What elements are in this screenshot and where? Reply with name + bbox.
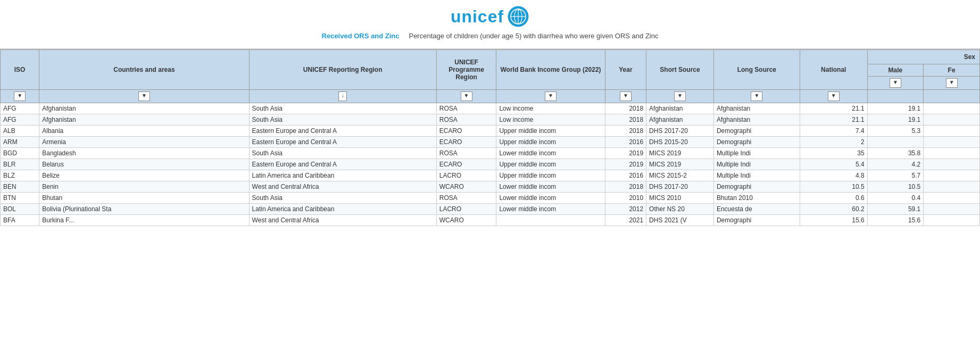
cell-5: 2012 (605, 204, 646, 215)
cell-7: Multiple Indi (713, 170, 800, 181)
cell-10 (924, 204, 980, 215)
cell-1: Benin (39, 181, 249, 193)
cell-3: ECARO (436, 126, 496, 137)
filter-national[interactable]: ▼ (800, 90, 867, 103)
cell-10 (924, 148, 980, 159)
cell-2: Eastern Europe and Central A (249, 137, 436, 148)
col-programme: UNICEF Programme Region (436, 50, 496, 90)
cell-2: Latin America and Caribbean (249, 170, 436, 181)
filter-year-btn[interactable]: ▼ (620, 91, 632, 101)
cell-5: 2019 (605, 148, 646, 159)
col-sex-group: Sex (867, 50, 979, 64)
table-row: BGDBangladeshSouth AsiaROSALower middle … (1, 148, 980, 159)
col-year: Year (605, 50, 646, 90)
cell-0: BGD (1, 148, 39, 159)
filter-iso-btn[interactable]: ▼ (14, 91, 26, 101)
cell-0: BTN (1, 193, 39, 204)
filter-wb-btn[interactable]: ▼ (545, 91, 557, 101)
table-row: AFGAfghanistanSouth AsiaROSALow income20… (1, 103, 980, 114)
cell-8: 5.4 (800, 159, 867, 170)
cell-10 (924, 159, 980, 170)
unicef-logo: unicef ★ (451, 5, 529, 28)
col-iso: ISO (1, 50, 39, 90)
filter-region[interactable]: ↓ (249, 90, 436, 103)
filter-programme[interactable]: ▼ (436, 90, 496, 103)
filter-male-btn[interactable]: ▼ (890, 78, 901, 88)
cell-3: LACRO (436, 170, 496, 181)
subtitle-row: Received ORS and Zinc Percentage of chil… (0, 32, 980, 40)
filter-countries-btn[interactable]: ▼ (138, 91, 150, 101)
cell-0: BFA (1, 215, 39, 226)
cell-0: BLZ (1, 170, 39, 181)
cell-4: Lower middle incom (496, 148, 605, 159)
cell-1: Burkina F... (39, 215, 249, 226)
filter-national-btn[interactable]: ▼ (828, 91, 840, 101)
cell-2: Eastern Europe and Central A (249, 126, 436, 137)
cell-9: 15.6 (867, 215, 924, 226)
page-wrapper: unicef ★ Received ORS and Zinc Percentag… (0, 0, 980, 226)
table-body: AFGAfghanistanSouth AsiaROSALow income20… (1, 103, 980, 226)
col-male: Male (867, 64, 924, 77)
filter-countries[interactable]: ▼ (39, 90, 249, 103)
filter-female[interactable]: ▼ (924, 77, 980, 90)
cell-2: Latin America and Caribbean (249, 204, 436, 215)
filter-short-btn[interactable]: ▼ (674, 91, 686, 101)
cell-5: 2021 (605, 215, 646, 226)
report-title: Received ORS and Zinc (322, 32, 400, 40)
cell-8: 10.5 (800, 181, 867, 193)
table-row: BFABurkina F...West and Central AfricaWC… (1, 215, 980, 226)
cell-8: 21.1 (800, 103, 867, 114)
main-filter-row[interactable]: ▼ ▼ ↓ ▼ ▼ ▼ ▼ ▼ ▼ (1, 90, 980, 103)
filter-longsrc-btn[interactable]: ▼ (751, 91, 762, 101)
header-section: unicef ★ Received ORS and Zinc Percentag… (0, 0, 980, 44)
cell-4: Lower middle incom (496, 204, 605, 215)
filter-male2[interactable] (867, 90, 924, 103)
cell-8: 2 (800, 137, 867, 148)
cell-5: 2018 (605, 126, 646, 137)
cell-10 (924, 193, 980, 204)
unicef-emblem-icon: ★ (507, 5, 529, 28)
table-row: BLZBelizeLatin America and CaribbeanLACR… (1, 170, 980, 181)
cell-6: DHS 2017-20 (646, 126, 714, 137)
cell-8: 15.6 (800, 215, 867, 226)
cell-7: Demographi (713, 181, 800, 193)
filter-female2[interactable] (924, 90, 980, 103)
cell-4: Upper middle incom (496, 170, 605, 181)
cell-10 (924, 170, 980, 181)
cell-10 (924, 137, 980, 148)
cell-9: 0.4 (867, 193, 924, 204)
col-long-source: Long Source (713, 50, 800, 90)
cell-4: Lower middle incom (496, 181, 605, 193)
cell-0: AFG (1, 114, 39, 126)
cell-4: Lower middle incom (496, 193, 605, 204)
cell-5: 2018 (605, 181, 646, 193)
cell-2: West and Central Africa (249, 181, 436, 193)
filter-region-btn[interactable]: ↓ (338, 91, 347, 101)
cell-7: Afghanistan (713, 114, 800, 126)
filter-male[interactable]: ▼ (867, 77, 924, 90)
filter-wb[interactable]: ▼ (496, 90, 605, 103)
filter-iso[interactable]: ▼ (1, 90, 39, 103)
cell-9 (867, 137, 924, 148)
cell-8: 60.2 (800, 204, 867, 215)
cell-1: Afghanistan (39, 103, 249, 114)
cell-3: LACRO (436, 204, 496, 215)
col-short-source: Short Source (646, 50, 714, 90)
cell-10 (924, 114, 980, 126)
cell-9: 19.1 (867, 103, 924, 114)
col-region: UNICEF Reporting Region (249, 50, 436, 90)
cell-9: 4.2 (867, 159, 924, 170)
filter-longsrc[interactable]: ▼ (713, 90, 800, 103)
cell-4: Upper middle incom (496, 159, 605, 170)
table-row: ARMArmeniaEastern Europe and Central AEC… (1, 137, 980, 148)
column-header-row: ISO Countries and areas UNICEF Reporting… (1, 50, 980, 64)
filter-year[interactable]: ▼ (605, 90, 646, 103)
cell-9: 59.1 (867, 204, 924, 215)
filter-programme-btn[interactable]: ▼ (461, 91, 472, 101)
filter-female-btn[interactable]: ▼ (946, 78, 958, 88)
filter-short[interactable]: ▼ (646, 90, 714, 103)
cell-6: DHS 2017-20 (646, 181, 714, 193)
cell-9: 5.3 (867, 126, 924, 137)
cell-3: ECARO (436, 137, 496, 148)
cell-5: 2016 (605, 170, 646, 181)
